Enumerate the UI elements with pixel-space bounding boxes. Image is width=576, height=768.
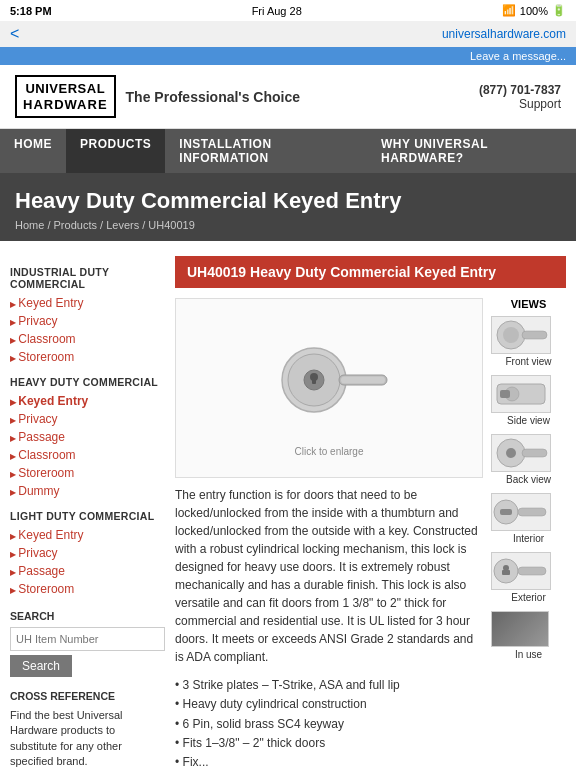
breadcrumb-products[interactable]: Products [54,219,97,231]
svg-rect-15 [522,449,547,457]
sidebar: INDUSTRIAL DUTY COMMERCIAL Keyed Entry P… [10,256,165,768]
sidebar-section-heavy: HEAVY DUTY COMMERCIAL [10,376,165,388]
product-image [259,320,399,440]
sidebar-link-light-keyed[interactable]: Keyed Entry [10,526,165,544]
status-bar: 5:18 PM Fri Aug 28 📶 100% 🔋 [0,0,576,21]
tagline: The Professional's Choice [126,89,301,105]
view-item-inuse[interactable]: In use [491,611,566,660]
logo-line1: UNIVERSAL [23,81,108,97]
logo-box: UNIVERSAL HARDWARE [15,75,116,118]
click-enlarge-label[interactable]: Click to enlarge [295,446,364,457]
svg-rect-22 [518,567,546,575]
site-header: UNIVERSAL HARDWARE The Professional's Ch… [0,65,576,129]
sidebar-link-industrial-storeroom[interactable]: Storeroom [10,348,165,366]
sidebar-link-heavy-passage[interactable]: Passage [10,428,165,446]
sidebar-link-heavy-dummy[interactable]: Dummy [10,482,165,500]
svg-point-8 [503,327,519,343]
view-thumb-front [491,316,551,354]
sidebar-link-light-passage[interactable]: Passage [10,562,165,580]
leave-message-text: Leave a message... [470,50,566,62]
main-nav: HOME PRODUCTS INSTALLATION INFORMATION W… [0,129,576,173]
status-indicators: 📶 100% 🔋 [502,4,566,17]
phone-number[interactable]: (877) 701-7837 [479,83,561,97]
view-thumb-inuse [491,611,549,647]
support-label[interactable]: Support [479,97,561,111]
product-title-bar: UH40019 Heavy Duty Commercial Keyed Entr… [175,256,566,288]
sidebar-link-heavy-storeroom[interactable]: Storeroom [10,464,165,482]
breadcrumb-home[interactable]: Home [15,219,44,231]
svg-rect-18 [518,508,546,516]
breadcrumb-levers[interactable]: Levers [106,219,139,231]
nav-why[interactable]: WHY UNIVERSAL HARDWARE? [367,129,576,173]
sidebar-link-heavy-privacy[interactable]: Privacy [10,410,165,428]
view-label-exterior: Exterior [491,592,566,603]
sidebar-section-industrial: INDUSTRIAL DUTY COMMERCIAL [10,266,165,290]
nav-installation[interactable]: INSTALLATION INFORMATION [165,129,367,173]
logo-area: UNIVERSAL HARDWARE The Professional's Ch… [15,75,300,118]
view-item-exterior[interactable]: Exterior [491,552,566,603]
battery-indicator: 100% [520,5,548,17]
feature-4: Fits 1–3/8" – 2" thick doors [175,734,483,753]
sidebar-link-industrial-privacy[interactable]: Privacy [10,312,165,330]
main-layout: INDUSTRIAL DUTY COMMERCIAL Keyed Entry P… [0,241,576,768]
view-item-side[interactable]: Side view [491,375,566,426]
svg-rect-12 [500,390,510,398]
svg-rect-17 [500,509,512,515]
search-button[interactable]: Search [10,655,72,677]
status-date: Fri Aug 28 [252,5,302,17]
view-thumb-interior [491,493,551,531]
product-description: The entry function is for doors that nee… [175,486,483,666]
features-list: 3 Strike plates – T-Strike, ASA and full… [175,676,483,768]
search-input[interactable] [10,627,165,651]
page-title: Heavy Duty Commercial Keyed Entry [15,188,561,214]
address-bar: < universalhardware.com [0,21,576,47]
nav-home[interactable]: HOME [0,129,66,173]
cross-reference-section: CROSS REFERENCE Find the best Universal … [10,689,165,768]
view-item-back[interactable]: Back view [491,434,566,485]
views-title: VIEWS [491,298,566,310]
sidebar-link-industrial-keyed[interactable]: Keyed Entry [10,294,165,312]
svg-rect-6 [341,376,385,383]
content-area: UH40019 Heavy Duty Commercial Keyed Entr… [175,256,566,768]
view-label-inuse: In use [491,649,566,660]
sidebar-search: SEARCH Search [10,610,165,677]
status-time: 5:18 PM [10,5,52,17]
product-views: VIEWS Front view [491,298,566,768]
view-thumb-exterior [491,552,551,590]
phone-area: (877) 701-7837 Support [479,83,561,111]
logo-line2: HARDWARE [23,97,108,113]
product-main: Click to enlarge The entry function is f… [175,298,483,768]
leave-message-bar[interactable]: Leave a message... [0,47,576,65]
wifi-icon: 📶 [502,4,516,17]
view-label-interior: Interior [491,533,566,544]
view-item-front[interactable]: Front view [491,316,566,367]
sidebar-link-light-privacy[interactable]: Privacy [10,544,165,562]
view-label-side: Side view [491,415,566,426]
svg-rect-25 [511,620,530,639]
sidebar-link-industrial-classroom[interactable]: Classroom [10,330,165,348]
svg-rect-9 [522,331,547,339]
view-item-interior[interactable]: Interior [491,493,566,544]
view-thumb-back [491,434,551,472]
nav-products[interactable]: PRODUCTS [66,129,165,173]
feature-5: Fix... [175,753,483,768]
svg-rect-24 [494,614,546,645]
sidebar-link-heavy-keyed[interactable]: Keyed Entry [10,392,165,410]
svg-rect-4 [312,377,316,384]
breadcrumb: Home / Products / Levers / UH40019 [15,219,561,231]
sidebar-link-heavy-classroom[interactable]: Classroom [10,446,165,464]
back-button[interactable]: < [10,25,19,43]
page-title-area: Heavy Duty Commercial Keyed Entry Home /… [0,173,576,241]
url-display[interactable]: universalhardware.com [442,27,566,41]
breadcrumb-current: UH40019 [148,219,194,231]
svg-rect-21 [502,570,510,575]
battery-icon: 🔋 [552,4,566,17]
cross-ref-title: CROSS REFERENCE [10,689,165,704]
search-title: SEARCH [10,610,165,622]
product-image-container[interactable]: Click to enlarge [175,298,483,478]
view-label-front: Front view [491,356,566,367]
product-layout: Click to enlarge The entry function is f… [175,298,566,768]
sidebar-link-light-storeroom[interactable]: Storeroom [10,580,165,598]
svg-point-14 [506,448,516,458]
feature-1: 3 Strike plates – T-Strike, ASA and full… [175,676,483,695]
